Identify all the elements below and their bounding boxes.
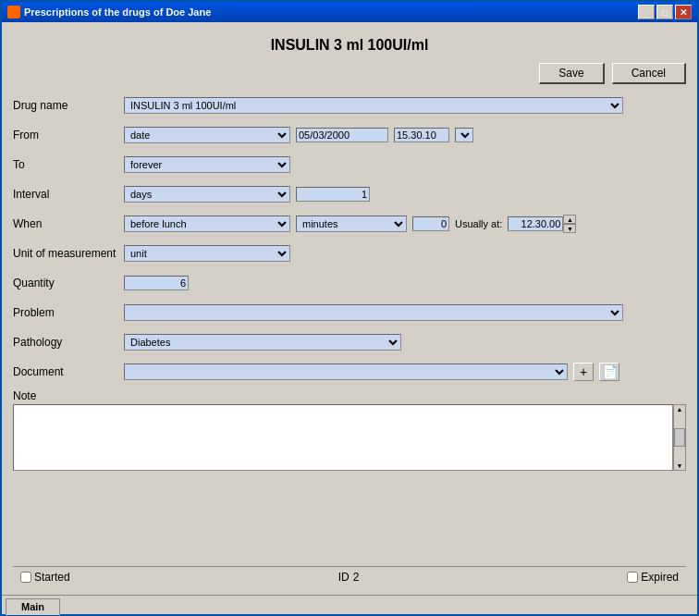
to-select[interactable]: forever date age [124,156,290,173]
when-controls: before lunch after lunch before dinner a… [124,215,686,233]
note-wrapper: ▲ ▼ [13,404,686,471]
bottom-right: Expired [627,571,679,584]
window-icon [7,6,20,18]
unit-of-measurement-label: Unit of measurement [13,247,124,260]
document-label: Document [13,365,124,378]
from-controls: date age event ▼ [124,127,686,143]
when-offset-input[interactable] [412,216,449,231]
expired-checkbox[interactable] [627,572,638,583]
drug-name-controls: INSULIN 3 ml 100UI/ml [124,97,686,114]
document-row: Document + 📄 [13,360,686,384]
scroll-down-arrow[interactable]: ▼ [676,462,684,470]
problem-label: Problem [13,306,124,319]
drug-name-label: Drug name [13,99,124,112]
main-window: Prescriptions of the drugs of Doe Jane _… [0,0,699,616]
problem-select[interactable] [124,304,623,321]
note-textarea[interactable] [13,404,673,471]
bottom-center: ID 2 [338,571,360,584]
quantity-controls [124,276,686,290]
spin-buttons: ▲ ▼ [563,215,576,233]
pathology-controls: Diabetes Hypertension Other [124,334,686,351]
pathology-select[interactable]: Diabetes Hypertension Other [124,334,401,351]
scroll-up-arrow[interactable]: ▲ [676,405,684,413]
pathology-label: Pathology [13,336,124,349]
from-time-select[interactable]: ▼ [455,128,473,142]
note-container: Note ▲ ▼ [13,389,686,471]
expired-label: Expired [641,571,679,584]
started-checkbox-wrapper: Started [20,571,70,584]
title-bar-buttons: _ □ ✕ [638,5,692,19]
minimize-button[interactable]: _ [638,5,655,19]
id-label: ID [338,571,350,584]
bottom-left: Started [20,571,70,584]
unit-select[interactable]: unit mg ml [124,245,290,262]
problem-row: Problem [13,301,686,325]
quantity-input[interactable] [124,276,189,290]
interval-label: Interval [13,188,124,201]
started-checkbox[interactable] [20,572,31,583]
document-controls: + 📄 [124,363,686,381]
from-date-input[interactable] [296,128,388,142]
id-value: 2 [353,571,360,584]
interval-controls: days weeks months [124,186,686,203]
spin-down-button[interactable]: ▼ [563,224,576,233]
drug-title: INSULIN 3 ml 100UI/ml [13,30,686,63]
drug-name-select[interactable]: INSULIN 3 ml 100UI/ml [124,97,623,114]
expired-checkbox-wrapper: Expired [627,571,679,584]
interval-row: Interval days weeks months [13,182,686,206]
usually-at-label: Usually at: [455,218,502,229]
cancel-button[interactable]: Cancel [612,63,686,84]
from-type-select[interactable]: date age event [124,127,290,143]
save-button[interactable]: Save [539,63,604,84]
bottom-bar: Started ID 2 Expired [13,566,686,587]
scroll-thumb[interactable] [674,428,685,447]
maximize-button[interactable]: □ [656,5,673,19]
title-bar: Prescriptions of the drugs of Doe Jane _… [2,2,697,22]
toolbar: Save Cancel [13,63,686,84]
unit-of-measurement-row: Unit of measurement unit mg ml [13,241,686,265]
document-edit-button[interactable]: 📄 [599,363,619,381]
close-button[interactable]: ✕ [675,5,692,19]
usually-at-input[interactable] [508,216,563,231]
usually-at-spinner: ▲ ▼ [508,215,576,233]
spin-up-button[interactable]: ▲ [563,215,576,224]
interval-num-input[interactable] [296,187,370,202]
to-label: To [13,158,124,171]
document-add-button[interactable]: + [573,363,594,381]
quantity-row: Quantity [13,271,686,295]
drug-name-row: Drug name INSULIN 3 ml 100UI/ml [13,93,686,117]
document-select[interactable] [124,363,568,380]
when-select[interactable]: before lunch after lunch before dinner a… [124,216,290,232]
window-title: Prescriptions of the drugs of Doe Jane [24,6,211,18]
note-scrollbar[interactable]: ▲ ▼ [673,404,686,471]
quantity-label: Quantity [13,277,124,290]
to-controls: forever date age [124,156,686,173]
to-row: To forever date age [13,153,686,177]
started-label: Started [34,571,70,584]
when-label: When [13,217,124,230]
note-label: Note [13,389,686,402]
form: Drug name INSULIN 3 ml 100UI/ml From dat… [13,93,686,562]
from-label: From [13,129,124,142]
tab-bar: Main [2,595,697,614]
title-bar-text: Prescriptions of the drugs of Doe Jane [7,6,211,18]
from-row: From date age event ▼ [13,123,686,147]
when-unit-select[interactable]: minutes hours [296,216,407,232]
from-time-input[interactable] [394,128,449,142]
problem-controls [124,304,686,321]
tab-main[interactable]: Main [6,598,60,615]
unit-controls: unit mg ml [124,245,686,262]
interval-select[interactable]: days weeks months [124,186,290,203]
when-row: When before lunch after lunch before din… [13,212,686,236]
content-area: INSULIN 3 ml 100UI/ml Save Cancel Drug n… [2,22,697,595]
pathology-row: Pathology Diabetes Hypertension Other [13,330,686,354]
